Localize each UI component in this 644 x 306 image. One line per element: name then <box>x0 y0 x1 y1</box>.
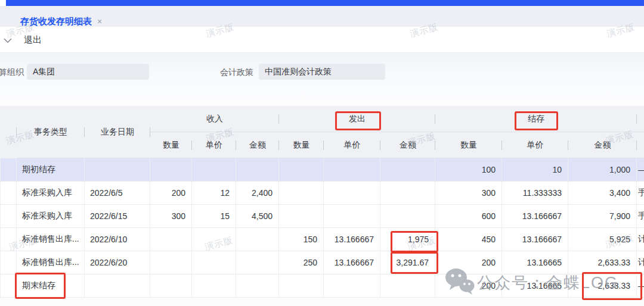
cell-issue-price[interactable] <box>324 158 380 182</box>
cell-income-qty[interactable] <box>150 251 192 274</box>
cell-issue-price[interactable] <box>324 274 380 298</box>
cell-issue-price[interactable] <box>324 182 380 205</box>
cell-issue-amount[interactable]: 3,291.67 <box>380 251 435 274</box>
cell-income-amount[interactable] <box>236 228 279 251</box>
cell-balance-qty[interactable]: 450 <box>435 228 502 251</box>
group-header-balance[interactable]: 结存 <box>435 106 637 132</box>
cell-next-clipped[interactable]: 手 <box>637 205 644 228</box>
cell-next-clipped[interactable]: 手 <box>637 182 644 205</box>
cell-issue-amount[interactable] <box>380 274 435 298</box>
cell-balance-price[interactable]: 13.166667 <box>502 205 568 228</box>
table-cell[interactable] <box>0 228 17 251</box>
cell-txn-type[interactable]: 期末结存 <box>17 274 85 298</box>
cell-txn-type[interactable]: 标准采购入库 <box>17 182 85 205</box>
cell-balance-qty[interactable]: 600 <box>435 205 502 228</box>
cell-biz-date[interactable]: 2022/6/5 <box>85 182 150 205</box>
cell-issue-qty[interactable]: 150 <box>279 228 324 251</box>
cell-next-clipped[interactable]: 计 <box>637 228 644 251</box>
cell-balance-price[interactable]: 13.166667 <box>502 228 568 251</box>
table-cell[interactable] <box>0 251 17 274</box>
cell-balance-price[interactable]: 11.333333 <box>502 182 568 205</box>
policy-input[interactable]: 中国准则会计政策 <box>259 64 385 80</box>
cell-income-price[interactable]: 12 <box>192 182 236 205</box>
group-header-extra <box>637 106 644 132</box>
cell-income-price[interactable] <box>192 274 236 298</box>
col-header-income-qty[interactable]: 数量 <box>150 132 192 158</box>
col-header-biz-date[interactable]: 业务日期 <box>85 106 150 158</box>
cell-balance-qty[interactable]: 200 <box>435 274 502 298</box>
cell-income-amount[interactable] <box>236 251 279 274</box>
cell-balance-qty[interactable]: 200 <box>435 251 502 274</box>
cell-income-qty[interactable] <box>150 158 192 182</box>
cell-balance-price[interactable]: 13.16665 <box>502 274 568 298</box>
col-header-balance-amount[interactable]: 金额 <box>568 132 637 158</box>
cell-income-amount[interactable] <box>236 274 279 298</box>
cell-balance-amount[interactable]: 1,000 <box>568 158 637 182</box>
cell-txn-type[interactable]: 标准销售出库... <box>17 228 85 251</box>
table-cell[interactable] <box>0 274 17 298</box>
cell-issue-price[interactable]: 13.166667 <box>324 228 380 251</box>
cell-income-price[interactable] <box>192 158 236 182</box>
col-header-issue-amount[interactable]: 金额 <box>380 132 435 158</box>
cell-issue-price[interactable] <box>324 205 380 228</box>
tab-close-icon[interactable]: × <box>97 17 102 26</box>
col-header-balance-qty[interactable]: 数量 <box>435 132 502 158</box>
cell-issue-qty[interactable] <box>279 158 324 182</box>
cell-income-amount[interactable]: 2,400 <box>236 182 279 205</box>
table-cell[interactable] <box>0 205 17 228</box>
org-input[interactable]: A集团 <box>27 64 149 80</box>
table-cell[interactable] <box>0 182 17 205</box>
cell-income-qty[interactable]: 200 <box>150 182 192 205</box>
cell-income-amount[interactable] <box>236 158 279 182</box>
cell-balance-amount[interactable]: 7,900 <box>568 205 637 228</box>
cell-balance-qty[interactable]: 300 <box>435 182 502 205</box>
cell-balance-amount[interactable]: 3,400 <box>568 182 637 205</box>
cell-balance-amount[interactable]: 2,633.33 <box>568 251 637 274</box>
cell-balance-price[interactable]: 10 <box>502 158 568 182</box>
table-cell[interactable] <box>0 158 17 182</box>
cell-income-amount[interactable]: 4,500 <box>236 205 279 228</box>
col-header-income-price[interactable]: 单价 <box>192 132 236 158</box>
cell-biz-date[interactable]: 2022/6/10 <box>85 228 150 251</box>
cell-issue-amount[interactable]: 1,975 <box>380 228 435 251</box>
cell-biz-date[interactable] <box>85 158 150 182</box>
cell-next-clipped[interactable]: — <box>637 158 644 182</box>
cell-balance-amount[interactable]: 2,633.33 <box>568 274 637 298</box>
filter-panel: 算组织 A集团 会计政策 中国准则会计政策 <box>0 52 644 106</box>
cell-income-qty[interactable] <box>150 274 192 298</box>
cell-issue-price[interactable]: 13.166667 <box>324 251 380 274</box>
cell-next-clipped[interactable]: — <box>637 274 644 298</box>
cell-issue-amount[interactable] <box>380 158 435 182</box>
cell-biz-date[interactable]: 2022/6/15 <box>85 205 150 228</box>
cell-next-clipped[interactable]: 计 <box>637 251 644 274</box>
cell-balance-qty[interactable]: 100 <box>435 158 502 182</box>
cell-biz-date[interactable] <box>85 274 150 298</box>
cell-balance-price[interactable]: 13.16665 <box>502 251 568 274</box>
col-header-income-amount[interactable]: 金额 <box>236 132 279 158</box>
col-header-txn-type[interactable]: 事务类型 <box>17 106 85 158</box>
cell-txn-type[interactable]: 期初结存 <box>17 158 85 182</box>
cell-biz-date[interactable]: 2022/6/20 <box>85 251 150 274</box>
col-header-balance-price[interactable]: 单价 <box>502 132 568 158</box>
group-header-income[interactable]: 收入 <box>150 106 279 132</box>
collapse-chevron-icon[interactable] <box>3 36 13 46</box>
col-header-issue-qty[interactable]: 数量 <box>279 132 324 158</box>
cell-income-price[interactable] <box>192 251 236 274</box>
cell-income-price[interactable]: 15 <box>192 205 236 228</box>
cell-balance-amount[interactable]: 5,925 <box>568 228 637 251</box>
cell-txn-type[interactable]: 标准采购入库 <box>17 205 85 228</box>
cell-issue-amount[interactable] <box>380 205 435 228</box>
tab-bar: 存货收发存明细表 × <box>0 6 644 27</box>
cell-issue-qty[interactable] <box>279 182 324 205</box>
cell-issue-qty[interactable]: 250 <box>279 251 324 274</box>
cell-income-qty[interactable]: 300 <box>150 205 192 228</box>
cell-income-price[interactable] <box>192 228 236 251</box>
col-header-issue-price[interactable]: 单价 <box>324 132 380 158</box>
group-header-issue[interactable]: 发出 <box>279 106 435 132</box>
cell-issue-amount[interactable] <box>380 182 435 205</box>
cell-txn-type[interactable]: 标准销售出库... <box>17 251 85 274</box>
cell-issue-qty[interactable] <box>279 205 324 228</box>
cell-issue-qty[interactable] <box>279 274 324 298</box>
cell-income-qty[interactable] <box>150 228 192 251</box>
exit-button[interactable]: 退出 <box>24 27 42 52</box>
